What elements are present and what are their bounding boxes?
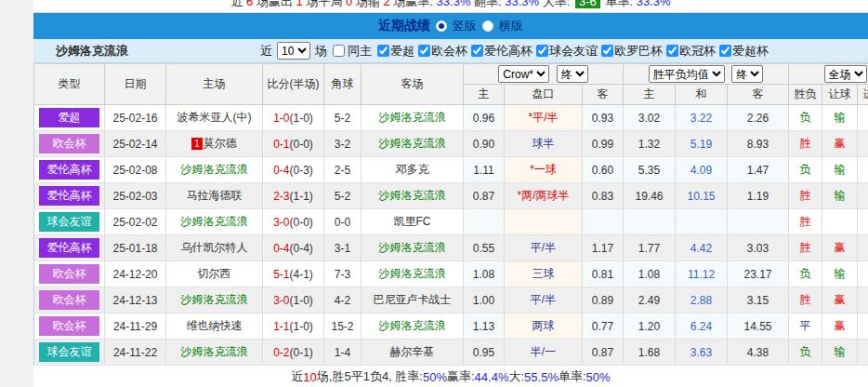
competition-label-3[interactable]: 球会友谊 — [549, 44, 598, 58]
team-link[interactable]: 沙姆洛克流浪 — [181, 163, 248, 176]
home-team-cell: 马拉海德联 — [166, 183, 263, 209]
team-link[interactable]: 马拉海德联 — [187, 189, 243, 202]
team-link[interactable]: 沙姆洛克流浪 — [379, 111, 446, 124]
summary-segment: 场,胜5平1负4, 胜率: — [317, 368, 423, 385]
full-score: 0-1 — [273, 138, 289, 151]
same-host-checkbox[interactable] — [333, 45, 345, 57]
team-link[interactable]: 波希米亚人(中) — [178, 111, 252, 124]
section-title: 近期战绩 — [378, 18, 430, 34]
avg-draw-cell: 6.24 — [676, 314, 728, 340]
half-score: (1-1) — [290, 190, 313, 203]
full-score: 1-1 — [273, 320, 289, 333]
rank-badge: 1 — [191, 138, 203, 150]
result-cell: 平 — [789, 314, 822, 340]
same-host-label[interactable]: 同主 — [348, 43, 372, 60]
home-team-cell: 乌什凯尔特人 — [166, 235, 263, 261]
horizontal-layout-radio[interactable] — [482, 20, 493, 32]
avg-away-cell: 1.19 — [728, 183, 789, 209]
team-link[interactable]: 巴尼亚卢卡战士 — [374, 293, 452, 306]
type-cell: 欧会杯 — [34, 131, 105, 157]
odds-group-header: Crow* 终 — [464, 64, 624, 85]
odds-home-cell: 0.87 — [464, 183, 505, 209]
competition-checkbox-1[interactable] — [418, 45, 430, 57]
odds-state-select[interactable]: 终 — [557, 65, 588, 83]
team-link[interactable]: 乌什凯尔特人 — [181, 241, 248, 254]
team-link[interactable]: 沙姆洛克流浪 — [181, 345, 248, 358]
team-link[interactable]: 邓多克 — [396, 163, 429, 176]
vertical-layout-radio[interactable] — [436, 20, 447, 32]
team-link[interactable]: 沙姆洛克流浪 — [379, 189, 446, 202]
odds-home-cell: 1.08 — [464, 261, 505, 287]
team-link[interactable]: 莫尔德 — [204, 137, 237, 150]
team-link[interactable]: 沙姆洛克流浪 — [379, 241, 446, 254]
summary-segment: 50% — [423, 370, 447, 384]
away-team-cell: 沙姆洛克流浪 — [362, 314, 464, 340]
corner-cell: 0-0 — [324, 209, 362, 235]
team-link[interactable]: 赫尔辛基 — [390, 345, 435, 358]
half-score: (0-4) — [290, 242, 313, 255]
competition-checkbox-5[interactable] — [666, 45, 678, 57]
handicap-result-cell: 输 — [822, 105, 858, 131]
competition-checkbox-2[interactable] — [471, 45, 483, 57]
competition-checkbox-0[interactable] — [377, 45, 389, 57]
away-team-cell: 巴尼亚卢卡战士 — [362, 287, 464, 314]
competition-checkbox-3[interactable] — [536, 45, 548, 57]
full-score: 3-0 — [273, 216, 289, 229]
avg-draw-cell: 4.42 — [676, 235, 728, 261]
team-link[interactable]: 沙姆洛克流浪 — [379, 319, 446, 332]
handicap-cell: *一球 — [505, 157, 583, 183]
odds-source-select[interactable]: Crow* — [498, 65, 549, 83]
team-link[interactable]: 沙姆洛克流浪 — [181, 215, 248, 228]
type-badge: 爱伦高杯 — [39, 186, 99, 206]
score-cell: 3-0(1-0) — [263, 287, 324, 314]
sub-col-odds-home: 主 — [464, 85, 505, 105]
result-cell: 胜 — [789, 287, 822, 314]
team-link[interactable]: 沙姆洛克流浪 — [181, 293, 248, 306]
handicap-cell: *平/半 — [505, 105, 583, 131]
competition-label-4[interactable]: 欧罗巴杯 — [614, 44, 663, 58]
horizontal-layout-label[interactable]: 横版 — [499, 18, 523, 34]
table-row: 爱伦高杯25-02-08沙姆洛克流浪0-4(0-3)2-5邓多克1.11*一球0… — [34, 157, 868, 183]
goals-result-cell: 小 — [858, 314, 868, 340]
team-link[interactable]: 维也纳快速 — [187, 319, 243, 332]
team-link[interactable]: 凯里FC — [394, 215, 431, 228]
avg-home-cell: 1.08 — [624, 261, 676, 287]
odds-home-cell: 0.55 — [464, 235, 505, 261]
away-team-cell: 沙姆洛克流浪 — [362, 261, 464, 287]
goals-result-cell: 大 — [858, 261, 868, 287]
full-score: 2-3 — [273, 190, 289, 203]
avg-away-cell: 2.26 — [728, 105, 789, 131]
table-row: 欧会杯24-12-13沙姆洛克流浪3-0(1-0)4-2巴尼亚卢卡战士1.00平… — [34, 287, 868, 314]
summary-segment: 场平局 — [303, 0, 346, 8]
date-cell: 25-01-18 — [105, 235, 166, 261]
competition-label-6[interactable]: 爱超杯 — [732, 44, 769, 58]
vertical-layout-label[interactable]: 竖版 — [453, 18, 477, 34]
avg-type-select[interactable]: 胜平负均值 — [649, 65, 725, 83]
type-cell: 欧会杯 — [34, 261, 105, 287]
competition-label-0[interactable]: 爱超 — [390, 44, 414, 58]
odds-away-cell: 0.83 — [583, 183, 624, 209]
team-link[interactable]: 切尔西 — [198, 267, 231, 280]
half-score: (4-1) — [290, 268, 313, 281]
summary-segment: 大: — [508, 368, 524, 385]
result-cell: 胜 — [789, 183, 822, 209]
avg-state-select[interactable]: 终 — [731, 65, 763, 83]
odds-home-cell — [464, 209, 505, 235]
team-link[interactable]: 沙姆洛克流浪 — [379, 137, 446, 150]
type-badge: 球会友谊 — [39, 342, 99, 362]
competition-label-1[interactable]: 欧会杯 — [431, 44, 467, 58]
team-link[interactable]: 沙姆洛克流浪 — [379, 267, 446, 280]
competition-checkbox-6[interactable] — [719, 45, 731, 57]
corner-cell: 5-2 — [324, 105, 362, 131]
scope-select[interactable]: 全场 — [824, 65, 867, 83]
competition-label-5[interactable]: 欧冠杯 — [679, 44, 716, 58]
col-date: 日期 — [105, 64, 166, 105]
competition-checkbox-4[interactable] — [601, 45, 613, 57]
result-cell: 胜 — [789, 209, 822, 235]
table-row: 欧会杯25-02-141莫尔德0-1(0-0)3-2沙姆洛克流浪0.90球半0.… — [34, 131, 868, 157]
col-type: 类型 — [34, 64, 105, 105]
competition-label-2[interactable]: 爱伦高杯 — [484, 44, 533, 58]
match-count-select[interactable]: 10 — [277, 42, 310, 60]
type-badge: 欧会杯 — [39, 316, 99, 336]
handicap-cell: 平/半 — [505, 235, 583, 261]
